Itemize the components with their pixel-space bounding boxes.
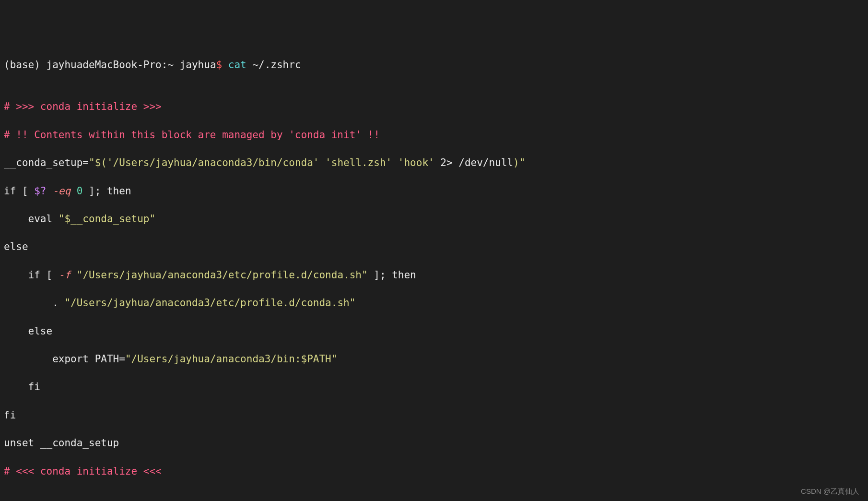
file-test-flag: -f [59, 269, 77, 281]
then-keyword: ]; then [368, 269, 416, 281]
export-path-conda: export PATH="/Users/jayhua/anaconda3/bin… [4, 352, 864, 366]
prompt-line-1[interactable]: (base) jayhuadeMacBook-Pro:~ jayhua$ cat… [4, 58, 864, 72]
command-arg: ~/.zshrc [252, 59, 301, 71]
path-value: "/Users/jayhua/anaconda3/bin:$PATH" [125, 353, 338, 365]
eq-operator: -eq [47, 185, 77, 197]
file-path-string: "/Users/jayhua/anaconda3/etc/profile.d/c… [77, 269, 368, 281]
conda-setup-line: __conda_setup="$('/Users/jayhua/anaconda… [4, 156, 864, 170]
dot-source: . [4, 297, 64, 309]
comment-conda-end: # <<< conda initialize <<< [4, 465, 864, 478]
if-keyword: if [ [4, 269, 59, 281]
watermark-text: CSDN @乙真仙人 [801, 484, 859, 498]
source-line: . "/Users/jayhua/anaconda3/etc/profile.d… [4, 296, 864, 310]
comment-conda-managed: # !! Contents within this block are mana… [4, 128, 864, 142]
if-line-2: if [ -f "/Users/jayhua/anaconda3/etc/pro… [4, 268, 864, 282]
subshell-args: '/Users/jayhua/anaconda3/bin/conda' 'she… [107, 157, 434, 168]
subshell-close: )" [513, 157, 525, 168]
redirect: 2> /dev/null [434, 157, 513, 168]
else-line-2: else [4, 324, 864, 338]
comment-conda-start: # >>> conda initialize >>> [4, 100, 864, 114]
eval-keyword: eval [4, 213, 59, 225]
prompt-dollar: $ [216, 59, 228, 71]
exit-status-var: $? [34, 185, 46, 197]
zero-literal: 0 [77, 185, 83, 197]
var-assign: __conda_setup= [4, 157, 89, 168]
fi-line-1: fi [4, 380, 864, 394]
fi-line-2: fi [4, 408, 864, 422]
else-line-1: else [4, 240, 864, 254]
subshell-open: "$( [89, 157, 107, 168]
then-keyword: ]; then [82, 185, 131, 197]
eval-arg: "$__conda_setup" [59, 213, 155, 225]
if-keyword: if [ [4, 185, 34, 197]
export-keyword: export PATH= [4, 353, 125, 365]
env-label: (base) [4, 59, 47, 71]
source-path: "/Users/jayhua/anaconda3/etc/profile.d/c… [64, 297, 355, 309]
command-cat: cat [228, 59, 253, 71]
eval-line: eval "$__conda_setup" [4, 212, 864, 226]
unset-line: unset __conda_setup [4, 436, 864, 450]
if-line-1: if [ $? -eq 0 ]; then [4, 184, 864, 198]
host-label: jayhuadeMacBook-Pro:~ jayhua [47, 59, 216, 71]
